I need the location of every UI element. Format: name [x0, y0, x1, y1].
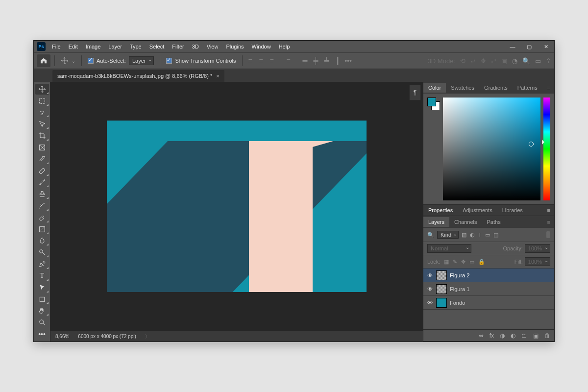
lock-all-icon[interactable]: 🔒: [478, 259, 485, 265]
layer-name[interactable]: Figura 1: [450, 286, 469, 292]
show-transform-checkbox[interactable]: [166, 58, 172, 64]
distribute-h-icon[interactable]: ┃: [334, 57, 342, 65]
new-fill-icon[interactable]: ◐: [511, 332, 515, 339]
layer-name[interactable]: Figura 2: [450, 272, 469, 278]
blend-mode-dropdown[interactable]: Normal: [427, 244, 471, 253]
pen-tool[interactable]: [35, 259, 49, 270]
brush-tool[interactable]: [35, 177, 49, 188]
align-right-icon[interactable]: ≡: [268, 57, 276, 65]
filter-pixel-icon[interactable]: ▧: [462, 232, 466, 238]
panel-menu-icon[interactable]: ≡: [543, 217, 554, 227]
menu-select[interactable]: Select: [146, 42, 168, 51]
menu-file[interactable]: File: [49, 42, 64, 51]
gradient-tool[interactable]: [35, 224, 49, 235]
link-layers-icon[interactable]: ⇔: [479, 332, 484, 339]
artboard[interactable]: [107, 121, 367, 292]
hue-slider[interactable]: [543, 98, 550, 200]
filter-type-icon[interactable]: T: [478, 232, 482, 238]
tab-close-icon[interactable]: ×: [216, 73, 219, 79]
layer-kind-dropdown[interactable]: Kind: [437, 231, 459, 239]
layer-fx-icon[interactable]: fx: [490, 332, 494, 339]
align-top-icon[interactable]: ≡: [285, 57, 293, 65]
color-field[interactable]: [443, 98, 540, 200]
new-group-icon[interactable]: 🗀: [521, 332, 527, 339]
tab-paths[interactable]: Paths: [482, 217, 506, 227]
lasso-tool[interactable]: [35, 107, 49, 118]
tab-properties[interactable]: Properties: [423, 206, 458, 215]
distribute-top-icon[interactable]: ╤: [301, 57, 309, 65]
status-dimensions[interactable]: 6000 px x 4000 px (72 ppi): [78, 334, 136, 339]
frame-tool[interactable]: [35, 142, 49, 153]
dodge-tool[interactable]: [35, 247, 49, 258]
menu-view[interactable]: View: [203, 42, 222, 51]
history-brush-tool[interactable]: [35, 200, 49, 211]
share-icon[interactable]: ⇪: [546, 57, 551, 65]
filter-adjust-icon[interactable]: ◐: [470, 232, 475, 238]
layer-row[interactable]: 👁 Fondo: [423, 296, 554, 310]
visibility-icon[interactable]: 👁: [426, 300, 433, 306]
edit-toolbar-icon[interactable]: •••: [35, 329, 49, 340]
move-tool[interactable]: [35, 84, 49, 95]
type-tool[interactable]: T: [35, 270, 49, 281]
auto-select-dropdown[interactable]: Layer: [129, 56, 154, 65]
move-tool-indicator[interactable]: ⌄: [59, 57, 77, 65]
status-more-icon[interactable]: 〉: [145, 333, 150, 340]
tab-patterns[interactable]: Patterns: [513, 83, 542, 93]
minimize-button[interactable]: —: [504, 41, 521, 52]
layer-row[interactable]: 👁 Figura 1: [423, 282, 554, 296]
panel-menu-icon[interactable]: ≡: [543, 83, 554, 93]
delete-layer-icon[interactable]: 🗑: [544, 332, 550, 339]
filter-smart-icon[interactable]: ◫: [493, 232, 498, 238]
tab-libraries[interactable]: Libraries: [497, 206, 528, 215]
lock-position-icon[interactable]: ✥: [461, 259, 466, 265]
layer-name[interactable]: Fondo: [450, 300, 465, 306]
hand-tool[interactable]: [35, 305, 49, 316]
tab-swatches[interactable]: Swatches: [446, 83, 479, 93]
stamp-tool[interactable]: [35, 189, 49, 199]
opacity-value[interactable]: 100%: [525, 244, 550, 253]
eraser-tool[interactable]: [35, 212, 49, 223]
crop-tool[interactable]: [35, 130, 49, 141]
path-select-tool[interactable]: [35, 282, 49, 293]
lock-pixels-icon[interactable]: ✎: [453, 259, 457, 265]
zoom-tool[interactable]: [35, 317, 49, 328]
filter-shape-icon[interactable]: ▭: [485, 232, 490, 238]
menu-window[interactable]: Window: [248, 42, 274, 51]
lock-artboard-icon[interactable]: ▭: [469, 259, 474, 265]
layer-row[interactable]: 👁 Figura 2: [423, 269, 554, 282]
new-layer-icon[interactable]: ▣: [533, 332, 539, 339]
eyedropper-tool[interactable]: [35, 154, 49, 165]
search-icon[interactable]: 🔍: [522, 57, 530, 65]
menu-layer[interactable]: Layer: [105, 42, 125, 51]
quick-select-tool[interactable]: [35, 119, 49, 129]
fg-bg-swatch[interactable]: [427, 98, 440, 110]
status-zoom[interactable]: 8,66%: [55, 334, 69, 339]
auto-select-checkbox[interactable]: [88, 58, 94, 64]
visibility-icon[interactable]: 👁: [426, 272, 433, 278]
blur-tool[interactable]: [35, 236, 49, 246]
canvas-area[interactable]: ¶: [50, 82, 423, 331]
tab-adjustments[interactable]: Adjustments: [458, 206, 497, 215]
menu-image[interactable]: Image: [82, 42, 104, 51]
home-button[interactable]: [37, 54, 50, 67]
foreground-color-swatch[interactable]: [427, 98, 436, 106]
collapsed-panel-icon[interactable]: ¶: [409, 85, 421, 100]
lock-trans-icon[interactable]: ▦: [444, 259, 449, 265]
fill-value[interactable]: 100%: [525, 257, 550, 266]
layer-mask-icon[interactable]: ◑: [500, 332, 505, 339]
align-center-icon[interactable]: ≡: [257, 57, 265, 65]
maximize-button[interactable]: ▢: [521, 41, 538, 52]
panel-menu-icon[interactable]: ≡: [543, 206, 554, 215]
workspace-icon[interactable]: ▭: [535, 57, 541, 65]
document-tab[interactable]: sam-moqadam-b3kL6kBOEWs-unsplash.jpg @ 8…: [52, 70, 224, 82]
tab-gradients[interactable]: Gradients: [479, 83, 513, 93]
tab-layers[interactable]: Layers: [423, 217, 449, 227]
align-left-icon[interactable]: ≡: [246, 57, 254, 65]
more-align-icon[interactable]: •••: [344, 57, 352, 65]
menu-type[interactable]: Type: [126, 42, 145, 51]
close-button[interactable]: ✕: [538, 41, 554, 52]
visibility-icon[interactable]: 👁: [426, 286, 433, 292]
cloud-docs-icon[interactable]: ◔: [512, 57, 517, 65]
distribute-vcenter-icon[interactable]: ╪: [312, 57, 320, 65]
shape-tool[interactable]: [35, 294, 49, 305]
